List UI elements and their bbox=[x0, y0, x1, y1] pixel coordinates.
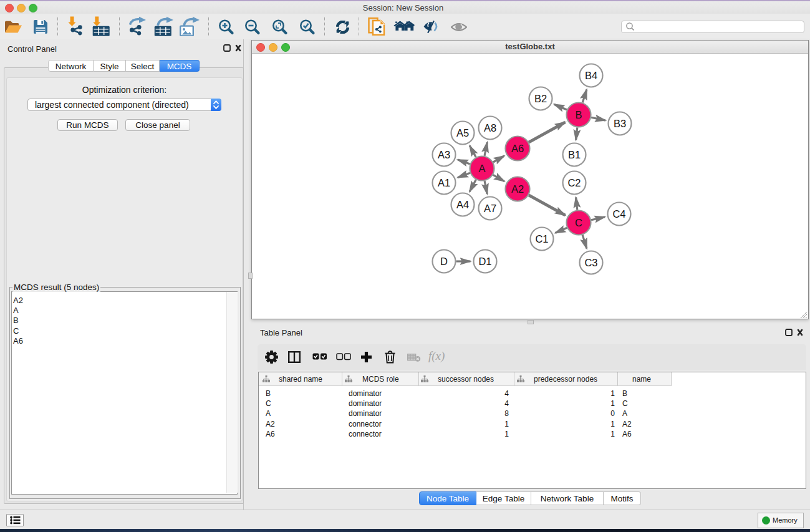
svg-text:B1: B1 bbox=[568, 149, 581, 160]
svg-text:A5: A5 bbox=[456, 127, 469, 138]
svg-text:D1: D1 bbox=[478, 256, 491, 267]
svg-text:A: A bbox=[478, 163, 485, 174]
svg-text:D: D bbox=[440, 256, 448, 267]
svg-text:A4: A4 bbox=[456, 199, 469, 210]
svg-text:B2: B2 bbox=[534, 93, 547, 104]
svg-text:B: B bbox=[575, 109, 582, 120]
svg-text:A6: A6 bbox=[511, 143, 524, 154]
svg-text:B3: B3 bbox=[614, 118, 626, 129]
svg-text:A8: A8 bbox=[484, 122, 496, 133]
svg-text:B4: B4 bbox=[585, 70, 597, 81]
svg-text:A3: A3 bbox=[438, 149, 450, 160]
svg-text:C: C bbox=[575, 217, 582, 228]
svg-text:C2: C2 bbox=[567, 177, 581, 188]
svg-text:A2: A2 bbox=[511, 183, 524, 195]
svg-text:A1: A1 bbox=[438, 177, 450, 188]
svg-text:C4: C4 bbox=[612, 208, 625, 220]
svg-text:C1: C1 bbox=[535, 233, 548, 244]
svg-text:C3: C3 bbox=[584, 257, 597, 268]
svg-text:A7: A7 bbox=[484, 203, 496, 214]
